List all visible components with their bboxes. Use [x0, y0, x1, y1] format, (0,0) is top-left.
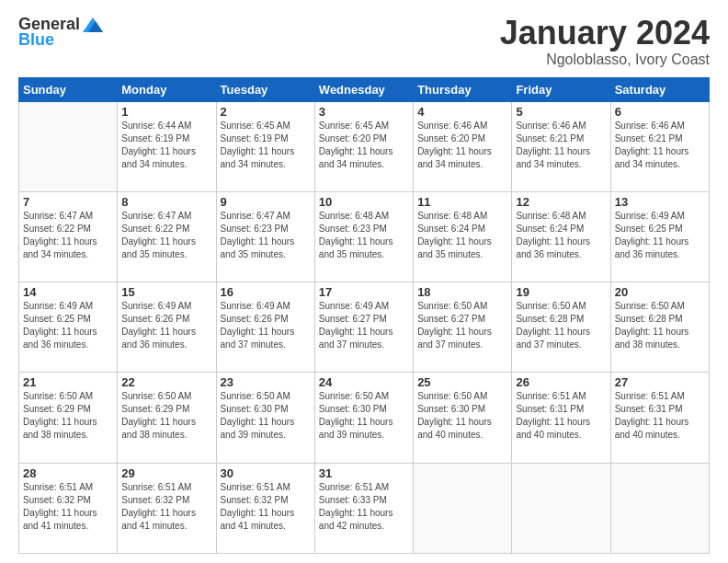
day-number: 11 — [417, 195, 507, 209]
day-info: Sunrise: 6:50 AM Sunset: 6:28 PM Dayligh… — [615, 300, 705, 351]
day-number: 29 — [121, 466, 211, 480]
calendar-cell: 7Sunrise: 6:47 AM Sunset: 6:22 PM Daylig… — [19, 191, 118, 282]
calendar-cell: 28Sunrise: 6:51 AM Sunset: 6:32 PM Dayli… — [19, 463, 118, 553]
calendar-week-3: 21Sunrise: 6:50 AM Sunset: 6:29 PM Dayli… — [19, 373, 710, 463]
day-info: Sunrise: 6:48 AM Sunset: 6:24 PM Dayligh… — [417, 210, 507, 261]
calendar-cell — [19, 101, 118, 191]
calendar-cell: 21Sunrise: 6:50 AM Sunset: 6:29 PM Dayli… — [19, 373, 118, 463]
day-info: Sunrise: 6:51 AM Sunset: 6:33 PM Dayligh… — [319, 481, 409, 533]
calendar-cell: 16Sunrise: 6:49 AM Sunset: 6:26 PM Dayli… — [216, 282, 314, 373]
logo-blue: Blue — [18, 30, 54, 50]
day-number: 1 — [121, 105, 211, 119]
day-info: Sunrise: 6:50 AM Sunset: 6:27 PM Dayligh… — [417, 300, 507, 351]
calendar-cell: 15Sunrise: 6:49 AM Sunset: 6:26 PM Dayli… — [118, 282, 216, 373]
calendar-cell: 4Sunrise: 6:46 AM Sunset: 6:20 PM Daylig… — [414, 101, 512, 191]
calendar-cell: 8Sunrise: 6:47 AM Sunset: 6:22 PM Daylig… — [118, 191, 216, 282]
calendar-week-1: 7Sunrise: 6:47 AM Sunset: 6:22 PM Daylig… — [19, 191, 710, 282]
calendar-cell: 9Sunrise: 6:47 AM Sunset: 6:23 PM Daylig… — [216, 191, 314, 282]
calendar-week-2: 14Sunrise: 6:49 AM Sunset: 6:25 PM Dayli… — [19, 282, 710, 373]
day-info: Sunrise: 6:49 AM Sunset: 6:25 PM Dayligh… — [615, 210, 705, 261]
day-info: Sunrise: 6:49 AM Sunset: 6:26 PM Dayligh… — [121, 300, 211, 351]
calendar-cell: 26Sunrise: 6:51 AM Sunset: 6:31 PM Dayli… — [512, 373, 610, 463]
calendar-cell: 22Sunrise: 6:50 AM Sunset: 6:29 PM Dayli… — [118, 373, 216, 463]
calendar-header-monday: Monday — [118, 77, 216, 101]
subtitle: Ngoloblasso, Ivory Coast — [500, 52, 710, 68]
day-number: 19 — [516, 285, 606, 299]
day-number: 2 — [221, 105, 311, 119]
day-number: 22 — [121, 375, 211, 389]
calendar-cell: 2Sunrise: 6:45 AM Sunset: 6:19 PM Daylig… — [216, 101, 314, 191]
day-info: Sunrise: 6:47 AM Sunset: 6:23 PM Dayligh… — [221, 210, 311, 261]
day-number: 6 — [615, 105, 705, 119]
day-info: Sunrise: 6:48 AM Sunset: 6:24 PM Dayligh… — [516, 210, 606, 261]
day-info: Sunrise: 6:51 AM Sunset: 6:32 PM Dayligh… — [221, 481, 311, 533]
calendar-cell — [414, 463, 512, 553]
logo-icon — [83, 17, 103, 32]
day-info: Sunrise: 6:48 AM Sunset: 6:23 PM Dayligh… — [319, 210, 409, 261]
day-info: Sunrise: 6:51 AM Sunset: 6:31 PM Dayligh… — [615, 390, 705, 442]
day-info: Sunrise: 6:44 AM Sunset: 6:19 PM Dayligh… — [121, 120, 211, 171]
day-number: 3 — [319, 105, 409, 119]
calendar-cell: 29Sunrise: 6:51 AM Sunset: 6:32 PM Dayli… — [118, 463, 216, 553]
calendar-header-wednesday: Wednesday — [314, 77, 413, 101]
calendar-cell: 30Sunrise: 6:51 AM Sunset: 6:32 PM Dayli… — [216, 463, 314, 553]
day-info: Sunrise: 6:49 AM Sunset: 6:27 PM Dayligh… — [319, 300, 409, 351]
calendar-cell: 6Sunrise: 6:46 AM Sunset: 6:21 PM Daylig… — [610, 101, 709, 191]
day-info: Sunrise: 6:45 AM Sunset: 6:19 PM Dayligh… — [221, 120, 311, 171]
calendar-week-4: 28Sunrise: 6:51 AM Sunset: 6:32 PM Dayli… — [19, 463, 710, 553]
calendar-cell: 20Sunrise: 6:50 AM Sunset: 6:28 PM Dayli… — [610, 282, 709, 373]
calendar-header-friday: Friday — [512, 77, 610, 101]
calendar-cell: 10Sunrise: 6:48 AM Sunset: 6:23 PM Dayli… — [314, 191, 413, 282]
logo: General Blue — [18, 15, 104, 50]
day-number: 15 — [121, 285, 211, 299]
day-info: Sunrise: 6:51 AM Sunset: 6:32 PM Dayligh… — [23, 481, 113, 533]
day-info: Sunrise: 6:49 AM Sunset: 6:26 PM Dayligh… — [221, 300, 311, 351]
calendar-cell: 19Sunrise: 6:50 AM Sunset: 6:28 PM Dayli… — [512, 282, 610, 373]
calendar-cell: 18Sunrise: 6:50 AM Sunset: 6:27 PM Dayli… — [414, 282, 512, 373]
day-number: 18 — [417, 285, 507, 299]
day-info: Sunrise: 6:50 AM Sunset: 6:28 PM Dayligh… — [516, 300, 606, 351]
day-number: 21 — [23, 375, 113, 389]
title-block: January 2024 Ngoloblasso, Ivory Coast — [500, 15, 710, 68]
day-number: 27 — [615, 375, 705, 389]
calendar-cell: 14Sunrise: 6:49 AM Sunset: 6:25 PM Dayli… — [19, 282, 118, 373]
calendar-header-tuesday: Tuesday — [216, 77, 314, 101]
day-number: 25 — [417, 375, 507, 389]
calendar-header-thursday: Thursday — [414, 77, 512, 101]
day-number: 8 — [121, 195, 211, 209]
day-number: 4 — [417, 105, 507, 119]
header: General Blue January 2024 Ngoloblasso, I… — [18, 15, 710, 68]
day-number: 17 — [319, 285, 409, 299]
page: General Blue January 2024 Ngoloblasso, I… — [0, 0, 728, 563]
day-number: 12 — [516, 195, 606, 209]
day-number: 5 — [516, 105, 606, 119]
day-info: Sunrise: 6:50 AM Sunset: 6:29 PM Dayligh… — [121, 390, 211, 442]
day-info: Sunrise: 6:46 AM Sunset: 6:21 PM Dayligh… — [615, 120, 705, 171]
calendar-cell: 12Sunrise: 6:48 AM Sunset: 6:24 PM Dayli… — [512, 191, 610, 282]
calendar-header-saturday: Saturday — [610, 77, 709, 101]
day-info: Sunrise: 6:50 AM Sunset: 6:30 PM Dayligh… — [417, 390, 507, 442]
calendar-cell: 23Sunrise: 6:50 AM Sunset: 6:30 PM Dayli… — [216, 373, 314, 463]
day-number: 26 — [516, 375, 606, 389]
day-info: Sunrise: 6:47 AM Sunset: 6:22 PM Dayligh… — [23, 210, 113, 261]
day-info: Sunrise: 6:50 AM Sunset: 6:30 PM Dayligh… — [221, 390, 311, 442]
day-number: 20 — [615, 285, 705, 299]
main-title: January 2024 — [500, 15, 710, 52]
day-number: 7 — [23, 195, 113, 209]
calendar-cell — [610, 463, 709, 553]
day-number: 9 — [221, 195, 311, 209]
day-info: Sunrise: 6:51 AM Sunset: 6:32 PM Dayligh… — [121, 481, 211, 533]
day-number: 13 — [615, 195, 705, 209]
day-number: 24 — [319, 375, 409, 389]
day-info: Sunrise: 6:50 AM Sunset: 6:30 PM Dayligh… — [319, 390, 409, 442]
calendar-cell: 5Sunrise: 6:46 AM Sunset: 6:21 PM Daylig… — [512, 101, 610, 191]
day-info: Sunrise: 6:51 AM Sunset: 6:31 PM Dayligh… — [516, 390, 606, 442]
calendar: SundayMondayTuesdayWednesdayThursdayFrid… — [18, 77, 710, 554]
calendar-cell: 11Sunrise: 6:48 AM Sunset: 6:24 PM Dayli… — [414, 191, 512, 282]
calendar-cell — [512, 463, 610, 553]
calendar-week-0: 1Sunrise: 6:44 AM Sunset: 6:19 PM Daylig… — [19, 101, 710, 191]
calendar-cell: 25Sunrise: 6:50 AM Sunset: 6:30 PM Dayli… — [414, 373, 512, 463]
calendar-cell: 1Sunrise: 6:44 AM Sunset: 6:19 PM Daylig… — [118, 101, 216, 191]
calendar-header-sunday: Sunday — [19, 77, 118, 101]
calendar-cell: 3Sunrise: 6:45 AM Sunset: 6:20 PM Daylig… — [314, 101, 413, 191]
